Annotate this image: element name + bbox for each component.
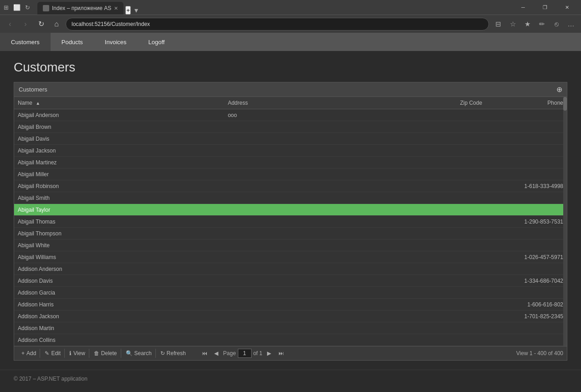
notes-icon[interactable]: ✏	[535, 18, 548, 31]
cell-zip	[456, 311, 511, 322]
cell-address	[224, 263, 456, 275]
view-button[interactable]: ℹ View	[66, 349, 89, 358]
search-button[interactable]: 🔍 Search	[122, 349, 156, 358]
browser-toolbar: ‹ › ↻ ⌂ localhost:52156/Customer/Index ⊟…	[0, 15, 581, 33]
reader-view-icon[interactable]: ⊟	[492, 18, 504, 31]
scrollbar[interactable]	[563, 97, 567, 346]
table-row[interactable]: Abigail Jackson	[14, 145, 567, 157]
edit-icon: ✎	[45, 350, 49, 356]
nav-item-customers[interactable]: Customers	[0, 33, 51, 51]
cell-zip	[456, 204, 511, 216]
refresh-icon: ↻	[160, 350, 165, 356]
forward-button[interactable]: ›	[19, 18, 32, 31]
prev-page-button[interactable]: ◀	[211, 348, 221, 358]
delete-button[interactable]: 🗑 Delete	[90, 349, 121, 358]
home-button[interactable]: ⌂	[50, 18, 63, 31]
cell-address	[224, 121, 456, 133]
cell-phone: 1-618-333-4998	[512, 180, 567, 192]
table-row[interactable]: Addison Jackson1-701-825-2345	[14, 311, 567, 322]
table-row[interactable]: Abigail Smith	[14, 192, 567, 204]
cell-zip	[456, 121, 511, 133]
nav-item-invoices[interactable]: Invoices	[94, 33, 138, 51]
cell-phone	[512, 263, 567, 275]
cell-phone	[512, 322, 567, 334]
grid-add-icon[interactable]: ⊕	[556, 85, 562, 94]
table-row[interactable]: Addison Harris1-606-616-802	[14, 299, 567, 311]
cell-zip	[456, 334, 511, 346]
cell-name: Abigail Brown	[14, 121, 224, 133]
table-row[interactable]: Abigail White	[14, 239, 567, 251]
close-button[interactable]: ✕	[556, 0, 577, 15]
share-icon[interactable]: ⎋	[550, 18, 563, 31]
first-page-button[interactable]: ⏮	[200, 348, 210, 358]
page-input[interactable]	[238, 349, 252, 358]
cell-address	[224, 299, 456, 311]
cell-phone	[512, 239, 567, 251]
tab-favicon	[43, 5, 49, 11]
cell-phone	[512, 228, 567, 239]
search-icon: 🔍	[126, 350, 133, 356]
col-header-zip[interactable]: Zip Code	[456, 97, 511, 109]
address-bar[interactable]: localhost:52156/Customer/Index	[66, 18, 489, 31]
cell-zip	[456, 239, 511, 251]
cell-zip	[456, 228, 511, 239]
cell-name: Addison Jackson	[14, 311, 224, 322]
new-tab-button[interactable]: +	[125, 6, 131, 15]
cell-zip	[456, 287, 511, 299]
bookmark-icon[interactable]: ☆	[506, 18, 519, 31]
scrollbar-thumb[interactable]	[563, 97, 567, 111]
table-row[interactable]: Abigail Andersonooo	[14, 109, 567, 121]
tab-dropdown-button[interactable]: ▾	[133, 6, 140, 15]
table-row[interactable]: Addison Anderson	[14, 263, 567, 275]
table-row[interactable]: Addison Davis1-334-686-7042	[14, 275, 567, 287]
cell-phone	[512, 145, 567, 157]
table-row[interactable]: Abigail Williams1-026-457-5971	[14, 251, 567, 263]
cell-phone: 1-334-686-7042	[512, 275, 567, 287]
cell-name: Addison Davis	[14, 275, 224, 287]
table-row[interactable]: Abigail Thompson	[14, 228, 567, 239]
table-row[interactable]: Abigail Robinson1-618-333-4998	[14, 180, 567, 192]
edit-button[interactable]: ✎ Edit	[41, 349, 65, 358]
col-header-address[interactable]: Address	[224, 97, 456, 109]
table-row[interactable]: Addison Collins	[14, 334, 567, 346]
table-row[interactable]: Abigail Miller	[14, 168, 567, 180]
col-header-name[interactable]: Name ▲	[14, 97, 224, 109]
cell-zip	[456, 145, 511, 157]
nav-item-products[interactable]: Poducts	[51, 33, 94, 51]
reload-button[interactable]: ↻	[35, 18, 47, 31]
last-page-button[interactable]: ⏭	[276, 348, 286, 358]
table-row[interactable]: Abigail Davis	[14, 133, 567, 145]
active-tab[interactable]: Index – приложение AS ✕	[37, 2, 123, 15]
table-row[interactable]: Abigail Martinez	[14, 157, 567, 168]
menu-icon[interactable]: …	[565, 18, 577, 31]
cell-zip	[456, 192, 511, 204]
cell-phone: 1-026-457-5971	[512, 251, 567, 263]
refresh-button[interactable]: ↻ Refresh	[157, 349, 190, 358]
table-row[interactable]: Abigail Thomas1-290-853-7531	[14, 216, 567, 228]
footer-text: © 2017 – ASP.NET application	[14, 376, 87, 382]
cell-phone	[512, 334, 567, 346]
cell-zip	[456, 168, 511, 180]
cell-address	[224, 311, 456, 322]
tab-close-button[interactable]: ✕	[114, 5, 118, 11]
cell-address	[224, 157, 456, 168]
minimize-button[interactable]: ─	[513, 0, 534, 15]
favorites-icon[interactable]: ★	[521, 18, 534, 31]
cell-name: Abigail Thomas	[14, 216, 224, 228]
table-row[interactable]: Abigail Brown	[14, 121, 567, 133]
cell-phone	[512, 204, 567, 216]
cell-address	[224, 239, 456, 251]
browser-nav-icon: ⬜	[13, 4, 21, 11]
restore-button[interactable]: ❐	[535, 0, 555, 15]
cell-phone	[512, 133, 567, 145]
table-row[interactable]: Abigail Taylor	[14, 204, 567, 216]
cell-name: Abigail Thompson	[14, 228, 224, 239]
delete-icon: 🗑	[94, 350, 99, 356]
col-header-phone[interactable]: Phone	[512, 97, 567, 109]
table-row[interactable]: Addison Garcia	[14, 287, 567, 299]
table-row[interactable]: Addison Martin	[14, 322, 567, 334]
add-button[interactable]: + Add	[18, 349, 40, 358]
nav-item-logoff[interactable]: Logoff	[138, 33, 176, 51]
back-button[interactable]: ‹	[4, 18, 16, 31]
next-page-button[interactable]: ▶	[264, 348, 274, 358]
